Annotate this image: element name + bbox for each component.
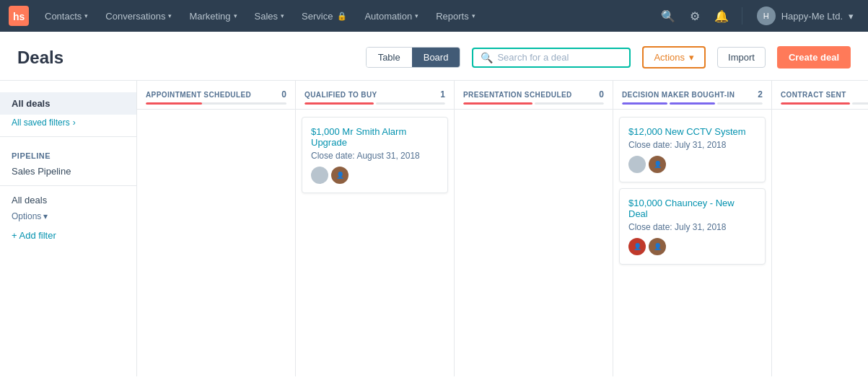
board-column-3: DECISION MAKER BOUGHT-IN 2 $12,000 New C…	[613, 81, 772, 376]
col-title-0: APPOINTMENT SCHEDULED	[146, 91, 251, 99]
nav-automation[interactable]: Automation ▾	[357, 6, 426, 26]
search-input[interactable]	[497, 52, 622, 63]
avatar: H	[757, 6, 776, 25]
board-view-button[interactable]: Board	[412, 48, 460, 67]
avatar: 👤	[649, 238, 666, 255]
board-column-2: PRESENTATION SCHEDULED 0	[455, 81, 613, 376]
deal-title: $1,000 Mr Smith Alarm Upgrade	[311, 126, 439, 148]
nav-conversations[interactable]: Conversations ▾	[98, 6, 179, 26]
chevron-down-icon: ▾	[234, 12, 237, 19]
chevron-down-icon: ▾	[84, 12, 88, 19]
avatar: 👤	[628, 238, 646, 255]
view-toggle: Table Board	[366, 47, 461, 68]
deal-card[interactable]: $1,000 Mr Smith Alarm Upgrade Close date…	[302, 117, 448, 193]
add-filter-button[interactable]: + Add filter	[0, 224, 136, 247]
avatar: 👤	[331, 167, 348, 184]
chevron-down-icon: ▾	[472, 12, 475, 19]
search-box[interactable]: 🔍	[472, 48, 631, 68]
deal-card[interactable]: $12,000 New CCTV System Close date: July…	[619, 117, 766, 182]
board-column-0: APPOINTMENT SCHEDULED 0	[137, 81, 296, 376]
col-header-3: DECISION MAKER BOUGHT-IN 2	[613, 81, 771, 110]
sidebar-divider-2	[0, 185, 136, 186]
col-bar-2	[463, 102, 604, 105]
deal-title: $10,000 Chauncey - New Deal	[628, 198, 756, 219]
col-title-3: DECISION MAKER BOUGHT-IN	[622, 91, 735, 99]
sidebar-divider	[0, 136, 136, 137]
col-bar-1	[304, 102, 445, 105]
avatar: 👤	[649, 156, 666, 173]
nav-service[interactable]: Service 🔒	[294, 6, 354, 26]
pipeline-label: Pipeline	[0, 143, 136, 163]
svg-text:hs: hs	[13, 11, 25, 22]
col-bar-3	[622, 102, 763, 105]
lock-icon: 🔒	[337, 12, 347, 21]
deal-title: $12,000 New CCTV System	[628, 126, 756, 137]
pipeline-name: Sales Pipeline	[0, 163, 136, 180]
chevron-down-icon: ▾	[415, 12, 418, 19]
col-title-2: PRESENTATION SCHEDULED	[463, 91, 572, 99]
chevron-right-icon: ›	[73, 118, 76, 128]
col-header-0: APPOINTMENT SCHEDULED 0	[137, 81, 295, 110]
board-column-1: QUALIFIED TO BUY 1 $1,000 Mr Smith Alarm…	[296, 81, 455, 376]
deal-close-date: Close date: August 31, 2018	[311, 151, 439, 161]
page-container: Deals Table Board 🔍 Actions ▾ Import Cre…	[0, 32, 868, 380]
options-row: Options ▾	[0, 208, 136, 224]
col-cards-0	[137, 110, 295, 376]
sidebar-saved-filters[interactable]: All saved filters ›	[0, 115, 136, 131]
col-title-1: QUALIFIED TO BUY	[304, 91, 377, 99]
chevron-down-icon: ▾	[689, 52, 694, 63]
hubspot-logo[interactable]: hs	[9, 6, 29, 26]
nav-divider	[742, 7, 742, 25]
chevron-down-icon: ▾	[43, 211, 48, 221]
create-deal-button[interactable]: Create deal	[777, 46, 851, 69]
sidebar-item-all-deals[interactable]: All deals	[0, 92, 136, 115]
col-count-2: 0	[599, 89, 604, 100]
col-count-0: 0	[281, 89, 286, 100]
deal-avatars: 👤 👤	[628, 238, 756, 255]
chevron-down-icon: ▾	[168, 12, 172, 19]
import-button[interactable]: Import	[717, 47, 766, 68]
deal-card[interactable]: $10,000 Chauncey - New Deal Close date: …	[619, 188, 766, 265]
search-icon: 🔍	[481, 52, 493, 63]
deal-avatars: 👤	[628, 156, 756, 173]
deal-close-date: Close date: July 31, 2018	[628, 140, 756, 150]
actions-button[interactable]: Actions ▾	[642, 46, 706, 69]
board-area: APPOINTMENT SCHEDULED 0 QUALIFIED TO BUY…	[137, 81, 868, 376]
col-header-4: CONTRACT SENT 0	[772, 81, 868, 110]
topnav-right: 🔍 ⚙ 🔔 H Happy-Me Ltd. ▾	[657, 4, 859, 28]
col-bar-0	[146, 102, 286, 105]
page-header: Deals Table Board 🔍 Actions ▾ Import Cre…	[0, 32, 868, 81]
top-navigation: hs Contacts ▾ Conversations ▾ Marketing …	[0, 0, 868, 32]
col-cards-3: $12,000 New CCTV System Close date: July…	[613, 110, 771, 376]
nav-marketing[interactable]: Marketing ▾	[182, 6, 244, 26]
board-column-4: CONTRACT SENT 0	[772, 81, 868, 376]
nav-reports[interactable]: Reports ▾	[429, 6, 483, 26]
avatar	[628, 156, 646, 173]
avatar	[311, 167, 328, 184]
all-deals-sub: All deals	[0, 192, 136, 208]
chevron-down-icon: ▾	[281, 12, 284, 19]
col-bar-4	[781, 102, 868, 105]
nav-sales[interactable]: Sales ▾	[247, 6, 292, 26]
col-count-3: 2	[758, 89, 763, 100]
chevron-down-icon: ▾	[849, 11, 854, 22]
settings-icon-button[interactable]: ⚙	[685, 6, 704, 26]
account-menu[interactable]: H Happy-Me Ltd. ▾	[751, 4, 859, 28]
col-cards-1: $1,000 Mr Smith Alarm Upgrade Close date…	[296, 110, 454, 376]
table-view-button[interactable]: Table	[367, 48, 412, 67]
notifications-icon-button[interactable]: 🔔	[710, 6, 733, 26]
col-count-1: 1	[440, 89, 445, 100]
account-name: Happy-Me Ltd.	[781, 11, 843, 22]
col-header-2: PRESENTATION SCHEDULED 0	[455, 81, 613, 110]
deal-close-date: Close date: July 31, 2018	[628, 222, 756, 232]
sidebar: All deals All saved filters › Pipeline S…	[0, 81, 137, 376]
main-content: All deals All saved filters › Pipeline S…	[0, 81, 868, 376]
col-cards-4	[772, 110, 868, 376]
col-header-1: QUALIFIED TO BUY 1	[296, 81, 454, 110]
options-button[interactable]: Options ▾	[12, 211, 48, 221]
col-title-4: CONTRACT SENT	[781, 91, 846, 99]
col-cards-2	[455, 110, 613, 376]
nav-contacts[interactable]: Contacts ▾	[38, 6, 95, 26]
deal-avatars: 👤	[311, 167, 439, 184]
search-icon-button[interactable]: 🔍	[657, 6, 680, 26]
